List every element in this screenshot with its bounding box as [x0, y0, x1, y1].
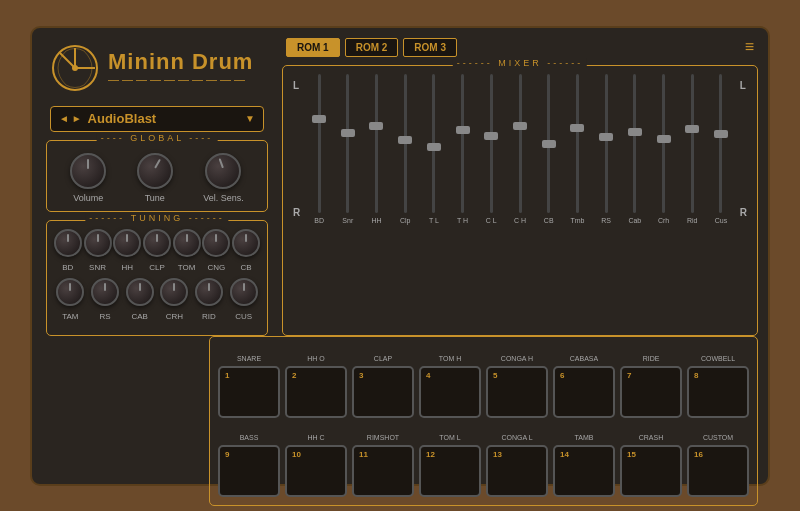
svg-point-1	[72, 65, 78, 71]
fader-hh: HH	[364, 74, 390, 224]
tuning-box: ------ TUNING ------ BD SNR HH	[46, 220, 268, 336]
logo-text: Mininn Drum ——————————	[108, 51, 253, 85]
pad-3[interactable]: 3	[352, 366, 414, 418]
rid-label: RID	[202, 312, 216, 321]
volume-knob-group: Volume	[70, 153, 106, 203]
pad-number-11: 11	[359, 450, 368, 459]
fader-track-4	[432, 74, 435, 213]
crh-label: CRH	[166, 312, 183, 321]
pad-16[interactable]: 16	[687, 445, 749, 497]
cus-knob-group: CUS	[230, 278, 258, 321]
pad-7[interactable]: 7	[620, 366, 682, 418]
vel-knob[interactable]	[205, 153, 241, 189]
mixer-box: ------ MIXER ------ L R BDSnrHHClpT LT H…	[282, 65, 758, 336]
pad-2[interactable]: 2	[285, 366, 347, 418]
fader-label-4: T L	[429, 217, 439, 224]
bd-knob[interactable]	[54, 229, 82, 257]
pad-5[interactable]: 5	[486, 366, 548, 418]
bottom-left-spacer	[42, 336, 199, 506]
tam-knob[interactable]	[56, 278, 84, 306]
tam-label: TAM	[62, 312, 78, 321]
pad-label-top-9: BASS	[240, 424, 259, 442]
fader-track-14	[719, 74, 722, 213]
menu-icon[interactable]: ≡	[745, 38, 754, 56]
cab-label: CAB	[131, 312, 147, 321]
cb-knob[interactable]	[232, 229, 260, 257]
preset-dropdown-icon[interactable]: ▼	[245, 113, 255, 124]
fader-handle-0[interactable]	[312, 115, 326, 123]
bottom-row: SNARE1HH O2CLAP3TOM H4CONGA H5CABASA6RID…	[42, 336, 758, 506]
cus-knob[interactable]	[230, 278, 258, 306]
fader-crh: Crh	[651, 74, 677, 224]
pad-col-2: HH O2	[285, 345, 347, 418]
fader-handle-8[interactable]	[542, 140, 556, 148]
lr-left: L R	[289, 74, 304, 224]
pad-number-9: 9	[225, 450, 229, 459]
bd-knob-group: BD	[54, 229, 82, 272]
fader-handle-9[interactable]	[570, 124, 584, 132]
snr-knob[interactable]	[84, 229, 112, 257]
hh-label: HH	[121, 263, 133, 272]
pad-label-top-16: CUSTOM	[703, 424, 733, 442]
pad-number-4: 4	[426, 371, 430, 380]
fader-handle-3[interactable]	[398, 136, 412, 144]
fader-label-12: Crh	[658, 217, 669, 224]
rs-knob[interactable]	[91, 278, 119, 306]
hh-knob[interactable]	[113, 229, 141, 257]
pad-row-2: BASS9HH C10RIMSHOT11TOM L12CONGA L13TAMB…	[218, 424, 749, 497]
preset-prev-icon[interactable]: ◄ ►	[59, 113, 82, 124]
rid-knob[interactable]	[195, 278, 223, 306]
fader-handle-2[interactable]	[369, 122, 383, 130]
pad-13[interactable]: 13	[486, 445, 548, 497]
rom2-button[interactable]: ROM 2	[345, 38, 399, 57]
fader-label-8: CB	[544, 217, 554, 224]
pad-9[interactable]: 9	[218, 445, 280, 497]
pad-10[interactable]: 10	[285, 445, 347, 497]
rid-knob-group: RID	[195, 278, 223, 321]
pad-col-10: HH C10	[285, 424, 347, 497]
pad-1[interactable]: 1	[218, 366, 280, 418]
fader-handle-10[interactable]	[599, 133, 613, 141]
pad-12[interactable]: 12	[419, 445, 481, 497]
fader-handle-5[interactable]	[456, 126, 470, 134]
fader-track-3	[404, 74, 407, 213]
volume-knob[interactable]	[70, 153, 106, 189]
clp-knob[interactable]	[143, 229, 171, 257]
pad-number-6: 6	[560, 371, 564, 380]
fader-handle-13[interactable]	[685, 125, 699, 133]
fader-handle-6[interactable]	[484, 132, 498, 140]
pad-4[interactable]: 4	[419, 366, 481, 418]
cab-knob[interactable]	[126, 278, 154, 306]
fader-label-13: Rid	[687, 217, 698, 224]
fader-handle-1[interactable]	[341, 129, 355, 137]
tom-knob[interactable]	[173, 229, 201, 257]
fader-handle-12[interactable]	[657, 135, 671, 143]
pad-label-top-7: RIDE	[643, 345, 660, 363]
fader-handle-4[interactable]	[427, 143, 441, 151]
fader-handle-14[interactable]	[714, 130, 728, 138]
cng-knob[interactable]	[202, 229, 230, 257]
crh-knob[interactable]	[160, 278, 188, 306]
fader-handle-11[interactable]	[628, 128, 642, 136]
tune-knob[interactable]	[137, 153, 173, 189]
fader-label-10: RS	[601, 217, 611, 224]
pad-14[interactable]: 14	[553, 445, 615, 497]
pad-number-2: 2	[292, 371, 296, 380]
preset-bar[interactable]: ◄ ► AudioBlast ▼	[50, 106, 264, 132]
pad-15[interactable]: 15	[620, 445, 682, 497]
fader-handle-7[interactable]	[513, 122, 527, 130]
top-row: Mininn Drum —————————— ◄ ► AudioBlast ▼ …	[42, 38, 758, 336]
right-panel: ROM 1 ROM 2 ROM 3 ≡ ------ MIXER ------ …	[282, 38, 758, 336]
logo-area: Mininn Drum ——————————	[42, 38, 272, 98]
rom3-button[interactable]: ROM 3	[403, 38, 457, 57]
pad-label-top-2: HH O	[307, 345, 325, 363]
fader-cus: Cus	[708, 74, 734, 224]
tom-knob-group: TOM	[173, 229, 201, 272]
pad-6[interactable]: 6	[553, 366, 615, 418]
pad-grid-container: SNARE1HH O2CLAP3TOM H4CONGA H5CABASA6RID…	[209, 336, 758, 506]
fader-track-13	[691, 74, 694, 213]
pad-11[interactable]: 11	[352, 445, 414, 497]
pad-8[interactable]: 8	[687, 366, 749, 418]
preset-name: AudioBlast	[88, 111, 246, 126]
rom1-button[interactable]: ROM 1	[286, 38, 340, 57]
